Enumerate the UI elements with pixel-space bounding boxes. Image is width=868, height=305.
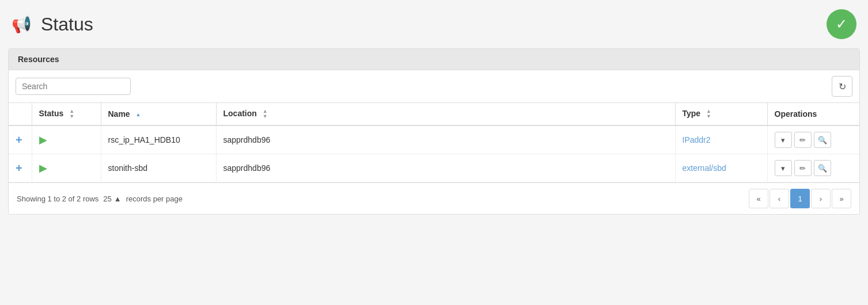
pagination-first[interactable]: «: [749, 189, 768, 208]
sort-icons-name[interactable]: ▲: [136, 112, 141, 117]
sort-icons-type[interactable]: ▲ ▼: [706, 109, 711, 119]
row1-location-cell: sapprdhdb96: [216, 125, 675, 154]
row1-type-link[interactable]: IPaddr2: [683, 135, 711, 144]
table-row: + ▶ rsc_ip_HA1_HDB10 sapprdhdb96 IPaddr2…: [9, 125, 859, 154]
header-left: 📢 Status: [12, 14, 93, 35]
col-header-operations: Operations: [767, 103, 859, 125]
resources-table: Status ▲ ▼ Name ▲ Location ▲: [9, 103, 859, 182]
table-footer: Showing 1 to 2 of 2 rows 25 ▲ records pe…: [9, 182, 859, 214]
search-input[interactable]: [16, 78, 131, 95]
edit-icon: ✏: [799, 136, 806, 144]
per-page-label: records per page: [126, 195, 183, 203]
resources-heading: Resources: [9, 49, 859, 70]
table-header: Status ▲ ▼ Name ▲ Location ▲: [9, 103, 859, 125]
edit-icon: ✏: [799, 164, 806, 173]
row2-search-button[interactable]: 🔍: [814, 160, 831, 176]
row2-status-cell: ▶: [32, 154, 101, 182]
row1-add-button[interactable]: +: [16, 134, 22, 146]
row1-type-cell: IPaddr2: [675, 125, 767, 154]
row1-dropdown-button[interactable]: ▾: [775, 132, 792, 148]
row2-type-cell: external/sbd: [675, 154, 767, 182]
search-icon: 🔍: [818, 164, 827, 173]
row2-edit-button[interactable]: ✏: [794, 160, 812, 176]
row2-operations-cell: ▾ ✏ 🔍: [767, 154, 859, 182]
search-icon: 🔍: [818, 136, 827, 144]
sort-icons-status[interactable]: ▲ ▼: [69, 109, 74, 119]
row2-dropdown-button[interactable]: ▾: [775, 160, 792, 176]
pagination-current[interactable]: 1: [790, 189, 810, 208]
row1-search-button[interactable]: 🔍: [814, 132, 831, 148]
table-row: + ▶ stonith-sbd sapprdhdb96 external/sbd…: [9, 154, 859, 182]
row1-status-icon: ▶: [39, 134, 47, 146]
dropdown-icon: ▾: [781, 164, 785, 173]
col-header-location: Location ▲ ▼: [216, 103, 675, 125]
resources-panel: Resources ↻ Status ▲ ▼ Name ▲: [8, 48, 860, 215]
per-page-arrow: ▲: [114, 195, 122, 203]
megaphone-icon: 📢: [12, 15, 32, 34]
row1-status-cell: ▶: [32, 125, 101, 154]
dropdown-icon: ▾: [781, 136, 785, 144]
col-header-type: Type ▲ ▼: [675, 103, 767, 125]
row2-ops-group: ▾ ✏ 🔍: [775, 160, 853, 176]
row2-status-icon: ▶: [39, 162, 47, 174]
row2-add-button[interactable]: +: [16, 162, 22, 174]
row1-ops-group: ▾ ✏ 🔍: [775, 132, 853, 148]
pagination: « ‹ 1 › »: [749, 189, 851, 208]
row2-add-cell: +: [9, 154, 32, 182]
row1-operations-cell: ▾ ✏ 🔍: [767, 125, 859, 154]
col-header-name: Name ▲: [101, 103, 216, 125]
refresh-button[interactable]: ↻: [832, 76, 852, 97]
pagination-next[interactable]: ›: [811, 189, 831, 208]
table-body: + ▶ rsc_ip_HA1_HDB10 sapprdhdb96 IPaddr2…: [9, 125, 859, 182]
row2-location-cell: sapprdhdb96: [216, 154, 675, 182]
pagination-prev[interactable]: ‹: [770, 189, 789, 208]
showing-text: Showing 1 to 2 of 2 rows: [17, 195, 98, 203]
footer-info: Showing 1 to 2 of 2 rows 25 ▲ records pe…: [17, 195, 183, 203]
row1-name-cell: rsc_ip_HA1_HDB10: [101, 125, 216, 154]
sort-icons-location[interactable]: ▲ ▼: [263, 109, 268, 119]
row1-add-cell: +: [9, 125, 32, 154]
pagination-last[interactable]: »: [832, 189, 851, 208]
page-header: 📢 Status ✓: [0, 0, 868, 48]
row2-name-cell: stonith-sbd: [101, 154, 216, 182]
per-page-value: 25: [103, 195, 111, 203]
page-title: Status: [41, 14, 93, 35]
toolbar: ↻: [9, 70, 859, 103]
col-header-checkbox: [9, 103, 32, 125]
refresh-icon: ↻: [839, 81, 846, 92]
status-check-icon: ✓: [827, 9, 856, 39]
row1-edit-button[interactable]: ✏: [794, 132, 812, 148]
row2-type-link[interactable]: external/sbd: [683, 163, 726, 173]
per-page-selector[interactable]: 25 ▲: [103, 195, 121, 203]
col-header-status: Status ▲ ▼: [32, 103, 101, 125]
